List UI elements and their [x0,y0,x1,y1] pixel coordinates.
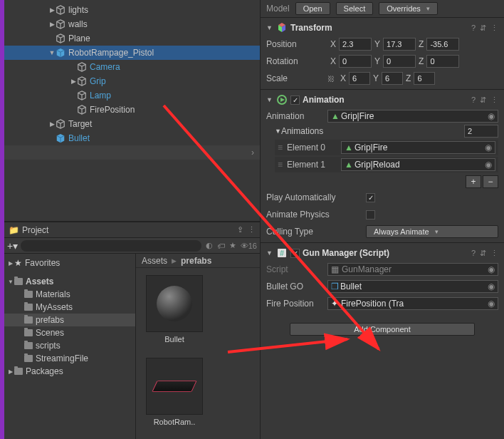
position-label: Position [266,39,327,49]
drag-handle-icon[interactable]: ≡ [278,143,283,153]
rotation-x-input[interactable] [339,55,372,68]
folder-icon [24,342,33,349]
scale-x-input[interactable] [349,72,370,85]
hidden-count-icon[interactable]: 👁16 [241,242,257,250]
transform-icon [276,22,288,33]
folder-prefabs[interactable]: prefabs [4,314,135,326]
hierarchy-item-lamp[interactable]: Lamp [4,88,260,103]
folder-scenes[interactable]: Scenes [4,326,135,339]
component-menu-icon[interactable]: ⋮ [490,24,498,33]
animations-list-foldout[interactable]: ▼ [275,128,281,135]
hierarchy-collapse-row[interactable]: › [4,145,260,160]
add-component-button[interactable]: Add Component [290,323,475,336]
transform-foldout[interactable]: ▼ [266,24,273,31]
foldout-arrow[interactable] [48,120,56,128]
transform-title: Transform [290,23,467,33]
rotation-y-input[interactable] [383,55,416,68]
position-z-input[interactable] [426,38,459,51]
prefab-icon: ❒ [331,282,339,291]
animate-physics-checkbox[interactable] [366,210,375,220]
position-y-input[interactable] [383,38,416,51]
folder-materials[interactable]: Materials [4,288,135,301]
gunmanager-title: Gun Manager (Script) [303,248,467,258]
hierarchy-item-plane[interactable]: Plane [4,31,260,46]
foldout-arrow[interactable] [48,49,56,56]
favorite-search-icon[interactable]: ★ [229,241,236,250]
gunmanager-enabled-checkbox[interactable] [290,249,300,258]
hierarchy-panel: lightswallsPlaneRobotRampage_PistolCamer… [4,0,260,221]
open-prefab-button[interactable]: Open [295,2,330,15]
hierarchy-item-camera[interactable]: Camera [4,60,260,74]
list-remove-button[interactable]: − [483,175,498,188]
animation-clip-field[interactable]: ▲Grip|Fire◉ [327,110,498,123]
help-icon[interactable]: ? [471,95,476,104]
overrides-dropdown[interactable]: Overrides [379,2,438,15]
animations-size-input[interactable] [464,125,498,138]
animation-element-row[interactable]: ≡Element 0▲Grip|Fire◉ [275,140,498,155]
svg-marker-1 [280,98,285,102]
packages-folder-row[interactable]: ▶ Packages [4,365,135,378]
preset-icon[interactable]: ⇵ [480,249,486,258]
gunmanager-foldout[interactable]: ▼ [266,249,273,257]
hierarchy-item-target[interactable]: Target [4,117,260,131]
component-menu-icon[interactable]: ⋮ [490,249,498,258]
hierarchy-item-label: walls [68,19,88,29]
folder-streamingfile[interactable]: StreamingFile [4,352,135,365]
inspector-panel: Model Open Select Overrides ▼ Transform … [261,0,504,439]
element-label: Element 0 [287,143,341,153]
hierarchy-item-grip[interactable]: Grip [4,74,260,88]
hierarchy-item-bullet[interactable]: Bullet [4,131,260,145]
project-search-input[interactable] [21,240,201,252]
gameobject-icon [77,91,87,100]
hierarchy-item-robotrampage_pistol[interactable]: RobotRampage_Pistol [4,46,260,60]
play-automatically-checkbox[interactable] [366,193,375,202]
position-x-input[interactable] [339,38,372,51]
foldout-arrow[interactable] [48,21,56,28]
scale-z-input[interactable] [414,72,435,85]
breadcrumb[interactable]: Assets ▶ prefabs [136,254,260,268]
script-field[interactable]: ▦GunManager◉ [327,263,498,276]
component-menu-icon[interactable]: ⋮ [490,95,498,105]
hierarchy-item-lights[interactable]: lights [4,3,260,17]
assets-folder-row[interactable]: ▼ Assets [4,275,135,288]
gameobject-icon [56,19,65,29]
element-label: Element 1 [287,160,341,170]
foldout-arrow[interactable] [48,6,56,14]
fire-position-field[interactable]: ✦FirePosition (Tra◉ [327,297,498,310]
animation-element-field[interactable]: ▲Grip|Fire◉ [341,141,495,154]
asset-thumb-robotram..[interactable]: RobotRam.. [143,358,206,426]
culling-type-label: Culling Type [266,227,366,237]
hierarchy-item-walls[interactable]: walls [4,17,260,31]
search-by-type-icon[interactable]: ◐ [206,241,213,250]
favorites-row[interactable]: ▶★ Favorites [4,257,135,269]
create-asset-button[interactable]: +▾ [7,240,18,252]
culling-type-dropdown[interactable]: Always Animate [366,225,498,238]
animation-foldout[interactable]: ▼ [266,96,273,103]
folder-scripts[interactable]: scripts [4,339,135,352]
panel-menu-icon[interactable]: ⋮ [248,225,256,234]
asset-thumb-bullet[interactable]: Bullet [143,275,206,344]
help-icon[interactable]: ? [471,249,476,257]
list-add-button[interactable]: + [466,175,481,188]
folder-myassets[interactable]: MyAssets [4,301,135,314]
scale-y-input[interactable] [382,72,403,85]
rotation-z-input[interactable] [426,55,459,68]
animation-icon [276,94,288,105]
help-icon[interactable]: ? [471,24,476,32]
preset-icon[interactable]: ⇵ [480,24,486,33]
foldout-arrow[interactable] [70,78,77,85]
animations-list-label: Animations [281,126,464,136]
search-by-label-icon[interactable]: 🏷 [217,242,225,250]
animation-element-row[interactable]: ≡Element 1▲Grip|Reload◉ [275,157,498,172]
drag-handle-icon[interactable]: ≡ [278,160,283,170]
fire-position-label: Fire Position [266,299,327,309]
bullet-go-field[interactable]: ❒Bullet◉ [327,280,498,293]
play-automatically-label: Play Automatically [266,192,366,202]
hierarchy-item-fireposition[interactable]: FirePosition [4,103,260,117]
animation-element-field[interactable]: ▲Grip|Reload◉ [341,158,495,171]
preset-icon[interactable]: ⇵ [480,95,486,105]
lock-icon[interactable]: ⇪ [237,225,243,234]
select-prefab-button[interactable]: Select [336,2,374,15]
animation-enabled-checkbox[interactable] [290,95,300,105]
scale-link-icon[interactable]: ⛓ [327,75,335,83]
